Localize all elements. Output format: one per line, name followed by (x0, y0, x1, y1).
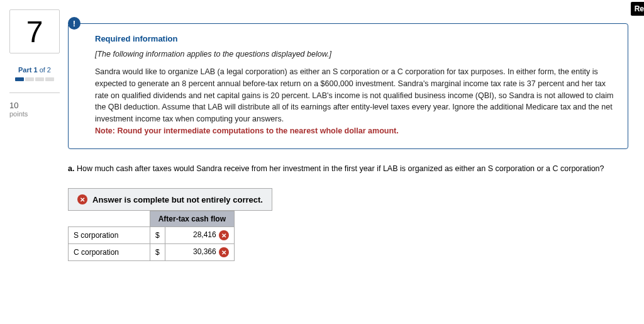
feedback-banner: ✕ Answer is complete but not entirely co… (68, 188, 272, 211)
question-number: 7 (26, 14, 43, 49)
part-current: Part 1 (18, 66, 38, 74)
row-label: C corporation (69, 244, 150, 261)
table-row: S corporation $ 28,416✕ (69, 227, 235, 244)
answer-table: After-tax cash flow S corporation $ 28,4… (68, 211, 235, 261)
sidebar-divider (9, 92, 60, 93)
question-letter: a. (68, 164, 74, 173)
main-content: ! Required information [The following in… (68, 9, 628, 261)
question-number-box: 7 (9, 9, 60, 53)
currency-symbol: $ (150, 244, 165, 261)
progress-segment (45, 77, 54, 81)
incorrect-icon: ✕ (219, 230, 229, 240)
question-sidebar: 7 Part 1 of 2 10 points (9, 9, 60, 118)
progress-segment (25, 77, 34, 81)
part-indicator: Part 1 of 2 (9, 66, 60, 74)
part-progress-bar (15, 77, 54, 81)
progress-segment (35, 77, 44, 81)
answer-value-cell[interactable]: 28,416✕ (165, 227, 234, 244)
required-info-heading: Required information (95, 34, 614, 43)
question-body: How much cash after taxes would Sandra r… (74, 164, 604, 173)
progress-segment (15, 77, 24, 81)
part-total: of 2 (38, 66, 51, 74)
table-row: C corporation $ 30,366✕ (69, 244, 235, 261)
top-right-button[interactable]: Re (631, 2, 644, 16)
info-note: Note: Round your intermediate computatio… (95, 126, 399, 135)
feedback-text: Answer is complete but not entirely corr… (92, 195, 263, 204)
info-context-line: [The following information applies to th… (95, 50, 614, 59)
answer-value-cell[interactable]: 30,366✕ (165, 244, 234, 261)
required-info-box: Required information [The following info… (68, 23, 628, 149)
question-prompt: a. How much cash after taxes would Sandr… (68, 163, 628, 175)
incorrect-icon: ✕ (77, 194, 87, 204)
info-body: Sandra would like to organize LAB (a leg… (95, 67, 613, 123)
alert-icon: ! (68, 17, 80, 30)
points-value: 10 (9, 101, 60, 110)
answer-value: 30,366 (193, 247, 216, 256)
table-column-header: After-tax cash flow (150, 211, 235, 227)
currency-symbol: $ (150, 227, 165, 244)
row-label: S corporation (69, 227, 150, 244)
answer-value: 28,416 (193, 230, 216, 239)
points-label: points (9, 110, 60, 118)
incorrect-icon: ✕ (219, 247, 229, 257)
info-body-text: Sandra would like to organize LAB (a leg… (95, 66, 614, 137)
table-spacer (69, 211, 150, 227)
